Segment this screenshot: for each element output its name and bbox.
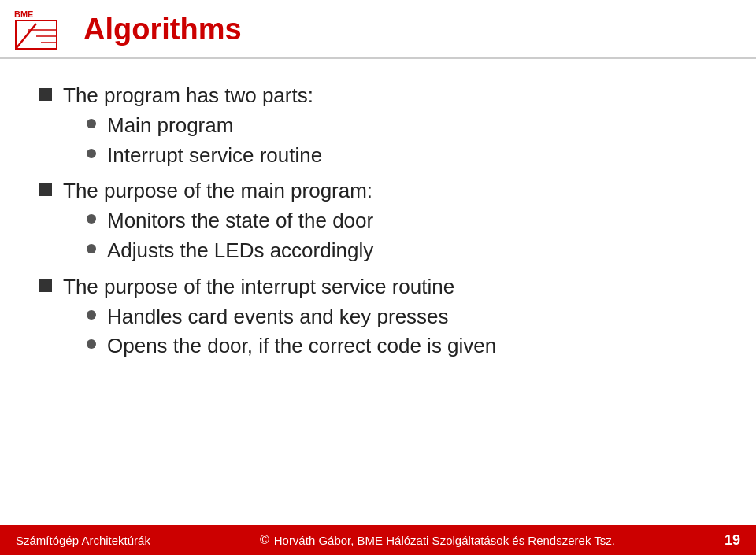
- list-item: The program has two parts: Main program …: [39, 83, 717, 172]
- list-item: Adjusts the LEDs accordingly: [87, 238, 717, 265]
- sub-list: Monitors the state of the door Adjusts t…: [63, 208, 717, 265]
- sub-item-text: Main program: [107, 113, 233, 139]
- bullet-circle-icon: [87, 244, 96, 253]
- footer-page-number: 19: [724, 532, 740, 549]
- list-item: Handles card events and key presses: [87, 304, 717, 331]
- footer-center-label: Horváth Gábor, BME Hálózati Szolgáltatás…: [274, 534, 615, 547]
- sub-item-text: Handles card events and key presses: [107, 304, 449, 331]
- list-item: Main program: [87, 113, 717, 139]
- bme-logo: BME: [13, 8, 60, 51]
- footer-left-text: Számítógép Architektúrák: [16, 534, 150, 547]
- svg-text:BME: BME: [14, 9, 33, 19]
- footer-center-text: © Horváth Gábor, BME Hálózati Szolgáltat…: [260, 533, 615, 547]
- header: BME Algorithms: [0, 0, 756, 59]
- bullet-circle-icon: [87, 214, 96, 224]
- sub-item-text: Monitors the state of the door: [107, 208, 373, 235]
- list-item: The purpose of the main program: Monitor…: [39, 178, 717, 267]
- main-content: The program has two parts: Main program …: [0, 59, 756, 385]
- sub-item-text: Interrupt service routine: [107, 142, 322, 169]
- list-item: Opens the door, if the correct code is g…: [87, 333, 717, 360]
- main-list: The program has two parts: Main program …: [39, 83, 717, 363]
- svg-line-2: [16, 24, 36, 49]
- bullet-circle-icon: [87, 149, 96, 158]
- list-item: Interrupt service routine: [87, 142, 717, 169]
- list-item: Monitors the state of the door: [87, 208, 717, 235]
- bullet-square-icon: [39, 279, 52, 292]
- page-title: Algorithms: [83, 13, 242, 46]
- sub-item-text: Adjusts the LEDs accordingly: [107, 238, 373, 265]
- copyright-symbol: ©: [260, 533, 269, 547]
- sub-list: Handles card events and key presses Open…: [63, 304, 717, 361]
- bullet-circle-icon: [87, 339, 96, 349]
- footer: Számítógép Architektúrák © Horváth Gábor…: [0, 525, 756, 555]
- bullet-square-icon: [39, 88, 52, 101]
- sub-item-text: Opens the door, if the correct code is g…: [107, 333, 496, 360]
- list-item-text: The purpose of the interrupt service rou…: [63, 275, 454, 298]
- list-item-text: The purpose of the main program:: [63, 179, 372, 202]
- bullet-circle-icon: [87, 119, 96, 128]
- list-item: The purpose of the interrupt service rou…: [39, 274, 717, 363]
- logo-area: BME: [13, 8, 60, 51]
- bullet-circle-icon: [87, 310, 96, 320]
- list-item-text: The program has two parts:: [63, 83, 313, 107]
- bullet-square-icon: [39, 183, 52, 196]
- sub-list: Main program Interrupt service routine: [63, 113, 717, 169]
